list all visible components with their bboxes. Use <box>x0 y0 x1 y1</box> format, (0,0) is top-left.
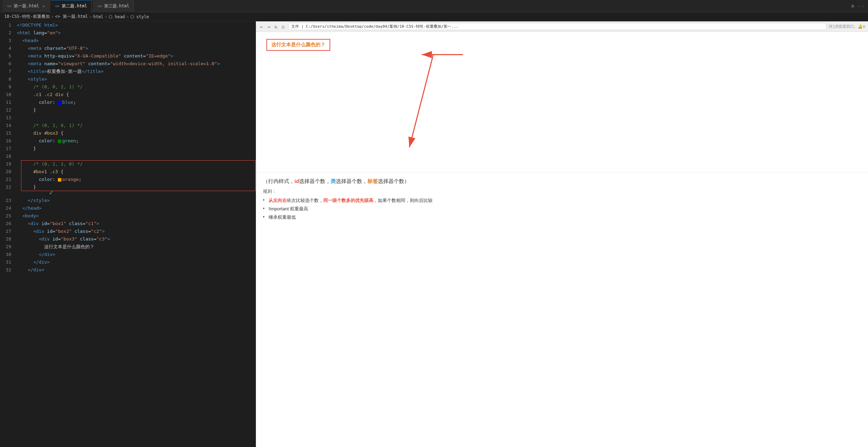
line-25: 25 <body> <box>0 212 256 220</box>
home-button[interactable]: ⌂ <box>280 23 286 30</box>
annotation-arrow <box>256 32 868 172</box>
annotation-text: 这行文本是什么颜色的？ <box>271 42 325 47</box>
url-text: 文件 | C:/Users/itheima/Desktop/code/day04… <box>291 24 458 29</box>
browser-extensions: 何|浏览器切口。🔔⚙ <box>829 24 865 29</box>
breadcrumb-item-3[interactable]: ⬡ head <box>109 14 125 19</box>
line-24: 24 </head> <box>0 204 256 212</box>
line-31: 31 </div> <box>0 258 256 266</box>
tab-3-icon: <> <box>97 4 102 8</box>
svg-line-2 <box>409 55 433 148</box>
tab-3-label: 第三题.html <box>104 3 129 9</box>
line-22: 22 } <box>0 183 256 191</box>
line-20: 20 #box1 .c3 { <box>0 168 256 176</box>
tab-2-icon: <> <box>55 4 60 8</box>
breadcrumb-item-2[interactable]: html <box>93 14 103 19</box>
line-2: 2 <html lang="en"> <box>0 29 256 37</box>
line-9: 9 /* (0, 0, 2, 1) */ <box>0 83 256 91</box>
line-15: 15 div #box3 { <box>0 129 256 137</box>
line-8: 8 <style> <box>0 75 256 83</box>
explanation-item-2: 继承权重最低 <box>263 214 861 221</box>
browser-nav: ← → ↻ ⌂ <box>259 23 286 30</box>
tab-1-icon: <> <box>7 4 12 8</box>
line-30: 30 </div> <box>0 251 256 258</box>
tab-3[interactable]: <> 第三题.html <box>93 0 134 12</box>
line-10: 10 .c1 .c2 div { <box>0 91 256 99</box>
highlight-group: 19 /* (0, 1, 1, 0) */ 20 #box1 .c3 { 21 … <box>0 160 256 191</box>
sep-2: > <box>105 14 107 19</box>
line-32: 32 </div> <box>0 266 256 274</box>
line-4: 4 <meta charset="UTF-8"> <box>0 45 256 52</box>
tab-2[interactable]: <> 第二题.html <box>51 0 91 12</box>
line-16: 16 color: green; <box>0 137 256 145</box>
line-7: 7 <title>权重叠加-第一题</title> <box>0 68 256 75</box>
line-13: 13 <box>0 114 256 122</box>
tab-1[interactable]: <> 第一题.html ✕ <box>3 0 49 12</box>
checkmark-icon: ✓ <box>49 188 54 197</box>
main-layout: 1 <!DOCTYPE html> 2 <html lang="en"> 3 <… <box>0 21 868 447</box>
tab-2-label: 第二题.html <box>62 3 87 9</box>
tab-bar: <> 第一题.html ✕ <> 第二题.html <> 第三题.html ⊞ … <box>0 0 868 12</box>
top-bar-actions: ⊞ ··· <box>852 4 865 9</box>
tab-1-close[interactable]: ✕ <box>42 4 45 8</box>
line-6: 6 <meta name="viewport" content="width=d… <box>0 60 256 68</box>
browser-bar: ← → ↻ ⌂ 文件 | C:/Users/itheima/Desktop/co… <box>256 21 868 32</box>
breadcrumb: 10-CSS-特性-权重叠加 > <> 第一题.html > html > ⬡ … <box>0 12 868 21</box>
right-panel: ← → ↻ ⌂ 文件 | C:/Users/itheima/Desktop/co… <box>256 21 868 447</box>
line-5: 5 <meta http-equiv="X-UA-Compatible" con… <box>0 52 256 60</box>
line-17: 17 } <box>0 145 256 153</box>
explanation-rule: 规则： <box>263 188 861 195</box>
browser-url-bar[interactable]: 文件 | C:/Users/itheima/Desktop/code/day04… <box>288 23 827 30</box>
more-icon[interactable]: ··· <box>857 4 865 9</box>
code-lines: 1 <!DOCTYPE html> 2 <html lang="en"> 3 <… <box>0 21 256 274</box>
explanation-item-1: !important 权重最高 <box>263 206 861 212</box>
explanation-item-0: 从左向右依次比较选个数，同一级个数多的优先级高，如果个数相同，则向后比较 <box>263 197 861 204</box>
line-18: 18 <box>0 153 256 160</box>
line-27: 27 <div id="box2" class="c2"> <box>0 228 256 235</box>
tab-1-label: 第一题.html <box>14 3 39 9</box>
explanation-list: 从左向右依次比较选个数，同一级个数多的优先级高，如果个数相同，则向后比较 !im… <box>263 197 861 221</box>
explanation-title: （行内样式，id选择器个数，类选择器个数，标签选择器个数） <box>263 178 861 185</box>
line-3: 3 <head> <box>0 37 256 45</box>
explanation-panel: （行内样式，id选择器个数，类选择器个数，标签选择器个数） 规则： 从左向右依次… <box>256 172 868 228</box>
line-14: 14 /* (0, 1, 0, 1) */ <box>0 122 256 129</box>
forward-button[interactable]: → <box>266 23 271 30</box>
breadcrumb-item-0[interactable]: 10-CSS-特性-权重叠加 <box>4 14 50 20</box>
refresh-button[interactable]: ↻ <box>273 23 279 30</box>
line-12: 12 } <box>0 106 256 114</box>
line-1: 1 <!DOCTYPE html> <box>0 21 256 29</box>
line-19: 19 /* (0, 1, 1, 0) */ <box>0 160 256 168</box>
line-21: 21 color: orange; <box>0 176 256 183</box>
rule-label: 规则： <box>263 189 277 194</box>
sep-1: > <box>89 14 92 19</box>
back-button[interactable]: ← <box>259 23 264 30</box>
line-28: 28 <div id="box3" class="c3"> <box>0 235 256 243</box>
line-26: 26 <div id="box1" class="c1"> <box>0 220 256 228</box>
breadcrumb-item-4[interactable]: ⬡ style <box>130 14 149 19</box>
breadcrumb-item-1[interactable]: <> 第一题.html <box>55 14 88 20</box>
line-29: 29 这行文本是什么颜色的？ <box>0 243 256 251</box>
sep-0: > <box>51 14 54 19</box>
sep-3: > <box>126 14 129 19</box>
line-23: 23 </style> <box>0 197 256 204</box>
preview-area: 这行文本是什么颜色的？ <box>256 32 868 172</box>
annotation-box: 这行文本是什么颜色的？ <box>266 39 330 51</box>
line-11: 11 color: blue; <box>0 99 256 106</box>
split-editor-icon[interactable]: ⊞ <box>852 4 854 9</box>
code-editor[interactable]: 1 <!DOCTYPE html> 2 <html lang="en"> 3 <… <box>0 21 256 447</box>
